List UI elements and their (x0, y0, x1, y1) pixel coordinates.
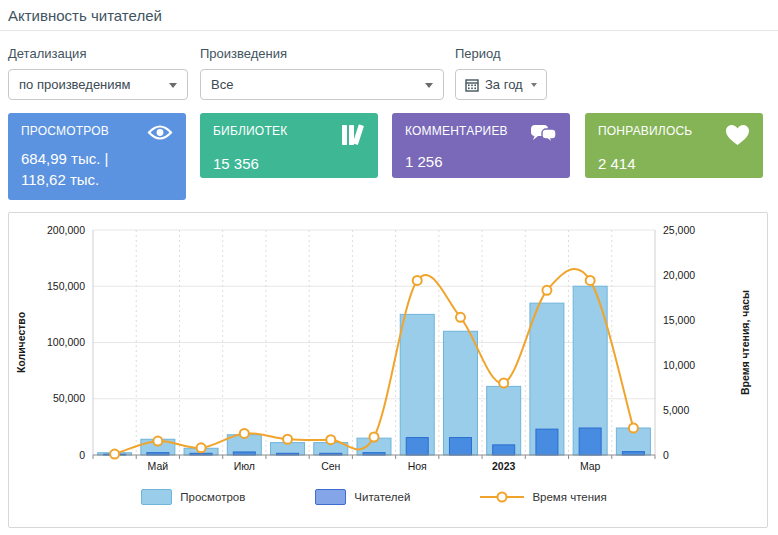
y-left-tick-label: 200,000 (47, 224, 85, 236)
libraries-card: БИБЛИОТЕК 15 356 (200, 113, 378, 178)
period-button-value: За год (485, 77, 523, 92)
reading-time-point[interactable] (499, 379, 508, 388)
y-right-axis-title: Время чтения, часы (739, 290, 751, 395)
reading-time-point[interactable] (240, 429, 249, 438)
likes-card-value: 2 414 (598, 153, 750, 174)
comments-card-label: КОММЕНТАРИЕВ (405, 124, 508, 138)
views-card-label: ПРОСМОТРОВ (21, 124, 109, 138)
y-right-tick-label: 10,000 (663, 359, 695, 371)
reading-time-point[interactable] (326, 435, 335, 444)
libraries-card-label: БИБЛИОТЕК (213, 124, 287, 138)
works-filter-label: Произведения (200, 44, 287, 62)
activity-chart[interactable]: 050,000100,000150,000200,00005,00010,000… (9, 213, 767, 485)
comments-icon (530, 124, 557, 144)
x-tick-label: Май (148, 460, 169, 472)
views-swatch (141, 489, 172, 505)
reading-time-point[interactable] (370, 433, 379, 442)
y-right-tick-label: 15,000 (663, 314, 695, 326)
reading-time-point[interactable] (197, 443, 206, 452)
views-card: ПРОСМОТРОВ 684,99 тыс. | 118,62 тыс. (8, 113, 186, 200)
works-select[interactable]: Все (200, 69, 444, 100)
detalization-filter-label: Детализация (8, 44, 86, 62)
legend-item-reading-time[interactable]: Время чтения (480, 490, 606, 504)
period-button[interactable]: За год (455, 69, 547, 100)
chart-legend: Просмотров Читателей Время чтения (9, 489, 767, 505)
comments-card-value: 1 256 (405, 151, 557, 172)
bar-views[interactable] (400, 314, 434, 455)
header-divider (0, 30, 778, 31)
reading-time-point[interactable] (586, 276, 595, 285)
x-tick-label: Июл (234, 460, 255, 472)
reading-time-point[interactable] (629, 424, 638, 433)
legend-views-label: Просмотров (180, 491, 245, 503)
eye-icon (147, 124, 173, 141)
reading-time-point[interactable] (153, 437, 162, 446)
likes-card: ПОНРАВИЛОСЬ 2 414 (585, 113, 763, 178)
comments-card: КОММЕНТАРИЕВ 1 256 (392, 113, 570, 178)
detalization-select-value: по произведениям (19, 77, 131, 92)
reading-time-point[interactable] (542, 286, 551, 295)
chevron-down-icon (169, 83, 177, 88)
bar-readers[interactable] (579, 428, 601, 455)
legend-item-readers[interactable]: Читателей (315, 489, 410, 505)
detalization-select[interactable]: по произведениям (8, 69, 188, 100)
line-marker-icon (480, 490, 524, 504)
likes-card-label: ПОНРАВИЛОСЬ (598, 124, 692, 138)
y-left-tick-label: 50,000 (53, 392, 85, 404)
bar-readers[interactable] (536, 429, 558, 455)
y-right-tick-label: 5,000 (663, 404, 689, 416)
x-tick-label: Мар (580, 460, 601, 472)
period-filter-label: Период (455, 44, 501, 62)
bar-readers[interactable] (622, 452, 644, 455)
y-left-axis-title: Количество (15, 312, 27, 373)
bar-readers[interactable] (449, 438, 471, 455)
bar-readers[interactable] (493, 445, 515, 455)
x-tick-label: 2023 (492, 460, 516, 472)
reading-time-point[interactable] (110, 450, 119, 459)
legend-item-views[interactable]: Просмотров (141, 489, 245, 505)
heart-icon (725, 124, 750, 146)
bar-readers[interactable] (406, 438, 428, 455)
x-tick-label: Сен (321, 460, 340, 472)
chevron-down-icon (425, 83, 433, 88)
y-right-tick-label: 25,000 (663, 224, 695, 236)
calendar-icon (465, 78, 479, 92)
reading-time-point[interactable] (283, 435, 292, 444)
y-right-tick-label: 20,000 (663, 269, 695, 281)
activity-chart-panel: 050,000100,000150,000200,00005,00010,000… (8, 212, 768, 528)
legend-readers-label: Читателей (354, 491, 410, 503)
reading-time-point[interactable] (413, 276, 422, 285)
reading-time-point[interactable] (456, 313, 465, 322)
y-left-tick-label: 100,000 (47, 336, 85, 348)
views-card-value: 684,99 тыс. | 118,62 тыс. (21, 148, 173, 190)
libraries-card-value: 15 356 (213, 153, 365, 174)
library-books-icon (341, 124, 365, 146)
works-select-value: Все (211, 77, 233, 92)
x-tick-label: Ноя (408, 460, 427, 472)
readers-swatch (315, 489, 346, 505)
period-button-wrap: За год (455, 69, 547, 100)
bar-views[interactable] (443, 331, 477, 455)
y-left-tick-label: 0 (79, 449, 85, 461)
page-title: Активность читателей (8, 7, 162, 24)
chevron-down-icon (531, 83, 537, 87)
y-right-tick-label: 0 (663, 449, 669, 461)
legend-reading-time-label: Время чтения (532, 491, 606, 503)
y-left-tick-label: 150,000 (47, 280, 85, 292)
